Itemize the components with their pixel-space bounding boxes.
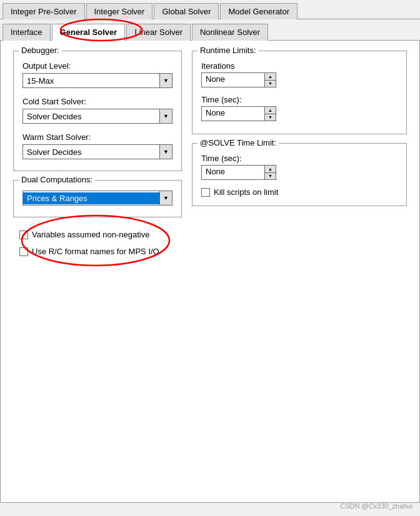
debugger-label: Debugger: [19,46,62,55]
solve-time-limit-label: @SOLVE Time Limit: [198,138,279,147]
rc-format-checkbox[interactable] [19,247,28,256]
warm-start-value: Solver Decides [23,146,159,158]
solve-time-field: Time (sec): None ▲ ▼ [201,154,398,180]
runtime-limits-group: Runtime Limits: Iterations None ▲ ▼ Tim [192,51,407,134]
watermark: CSDN @Cx330_zhahui [340,502,412,510]
runtime-time-up-arrow[interactable]: ▲ [265,107,276,114]
cold-start-label: Cold Start Solver: [22,97,172,106]
runtime-time-down-arrow[interactable]: ▼ [265,114,276,121]
warm-start-dropdown-btn[interactable]: ▼ [159,145,172,159]
output-level-field: Output Level: 15-Max ▼ [22,61,172,88]
output-level-select[interactable]: 15-Max ▼ [22,73,172,88]
tab-integer-pre-solver[interactable]: Integer Pre-Solver [2,3,85,19]
solve-time-down-arrow[interactable]: ▼ [265,173,276,180]
non-negative-row: ✓ Variables assumed non-negative [19,230,407,239]
runtime-time-label: Time (sec): [201,95,398,104]
bottom-section: ✓ Variables assumed non-negative Use R/C… [13,230,407,256]
solve-time-value: None [202,166,264,179]
non-negative-label: Variables assumed non-negative [32,230,149,239]
iterations-arrows[interactable]: ▲ ▼ [264,73,276,87]
solve-time-arrows[interactable]: ▲ ▼ [264,166,276,179]
cold-start-value: Solver Decides [23,111,159,122]
tab-interface[interactable]: Interface [2,24,51,41]
iterations-label: Iterations [201,61,398,71]
warm-start-field: Warm Start Solver: Solver Decides ▼ [22,132,172,159]
tab-nonlinear-solver[interactable]: Nonlinear Solver [192,24,268,41]
cold-start-select[interactable]: Solver Decides ▼ [22,109,172,124]
output-level-value: 15-Max [23,75,159,87]
warm-start-label: Warm Start Solver: [22,132,172,142]
iterations-value: None [202,73,264,87]
rc-format-row: Use R/C format names for MPS I/O [19,247,407,256]
tab-bar-row1: Integer Pre-Solver Integer Solver Global… [0,0,420,19]
kill-scripts-row: Kill scripts on limit [201,187,398,197]
content-area: Debugger: Output Level: 15-Max ▼ Cold St… [0,41,420,503]
runtime-time-value: None [202,107,264,121]
iterations-field: Iterations None ▲ ▼ [201,61,398,87]
solve-time-label: Time (sec): [201,154,398,163]
dual-computations-value: Prices & Ranges [23,192,159,204]
dual-computations-select[interactable]: Prices & Ranges ▼ [22,191,172,206]
tab-model-generator[interactable]: Model Generator [220,3,298,19]
runtime-time-spinner[interactable]: None ▲ ▼ [201,106,276,121]
tab-linear-solver[interactable]: Linear Solver [126,24,191,41]
iterations-spinner[interactable]: None ▲ ▼ [201,72,276,87]
runtime-limits-label: Runtime Limits: [198,46,259,55]
kill-scripts-checkbox[interactable] [201,188,210,197]
output-level-dropdown-btn[interactable]: ▼ [159,74,172,87]
iterations-down-arrow[interactable]: ▼ [265,81,276,87]
tab-general-solver[interactable]: General Solver [52,24,126,41]
tab-bar-row2: Interface General Solver Linear Solver N… [0,21,420,41]
dual-computations-dropdown-btn[interactable]: ▼ [159,191,172,205]
tab-integer-solver[interactable]: Integer Solver [86,3,153,19]
dual-computations-field: Prices & Ranges ▼ [22,191,172,206]
kill-scripts-label: Kill scripts on limit [214,187,278,197]
rc-format-label: Use R/C format names for MPS I/O [32,247,159,256]
dual-computations-label: Dual Computations: [19,175,95,184]
cold-start-field: Cold Start Solver: Solver Decides ▼ [22,97,172,124]
iterations-up-arrow[interactable]: ▲ [265,73,276,81]
solve-time-limit-group: @SOLVE Time Limit: Time (sec): None ▲ ▼ [192,143,407,206]
solve-time-up-arrow[interactable]: ▲ [265,166,276,173]
output-level-label: Output Level: [22,61,172,71]
solve-time-spinner[interactable]: None ▲ ▼ [201,165,276,180]
warm-start-select[interactable]: Solver Decides ▼ [22,144,172,159]
dual-computations-group: Dual Computations: Prices & Ranges ▼ [13,180,182,217]
debugger-group: Debugger: Output Level: 15-Max ▼ Cold St… [13,51,182,171]
non-negative-checkbox[interactable]: ✓ [19,231,28,239]
tab-global-solver[interactable]: Global Solver [154,3,219,19]
runtime-time-arrows[interactable]: ▲ ▼ [264,107,276,121]
runtime-time-field: Time (sec): None ▲ ▼ [201,95,398,121]
cold-start-dropdown-btn[interactable]: ▼ [159,109,172,123]
